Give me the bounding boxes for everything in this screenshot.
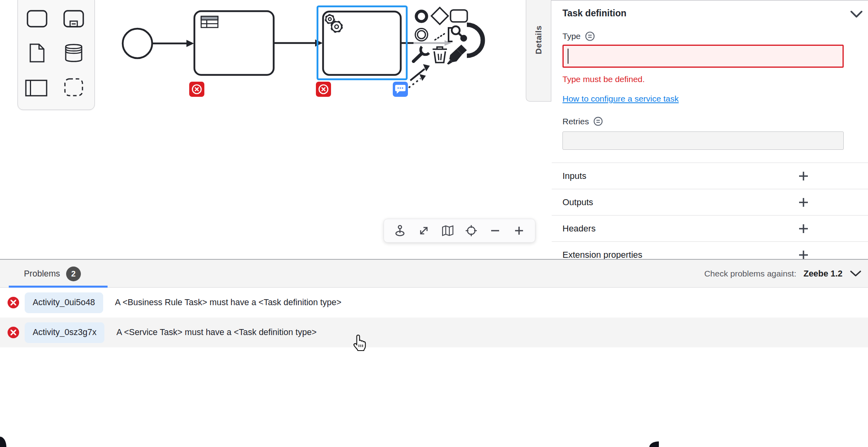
shape-palette (18, 0, 95, 110)
text-caret (568, 49, 568, 64)
property-sections: Inputs Outputs Headers Extension propert… (552, 163, 868, 268)
data-store-icon (65, 43, 82, 63)
task-icon (449, 8, 468, 24)
add-input-button[interactable] (796, 168, 811, 184)
problem-message: A <Service Task> must have a <Task defin… (116, 327, 317, 337)
type-label: Type (562, 31, 581, 41)
data-object-icon (29, 43, 45, 63)
intermediate-event-icon (413, 26, 430, 43)
context-pad-append-task[interactable] (449, 8, 468, 24)
section-headers[interactable]: Headers (552, 215, 868, 241)
paintbrush-icon (446, 44, 468, 65)
business-rule-icon (201, 16, 218, 27)
create-participant-tool[interactable] (25, 78, 47, 98)
collapse-section-button[interactable] (848, 6, 865, 22)
task-icon (27, 10, 47, 27)
problem-row[interactable]: Activity_0ui5o48 A <Business Rule Task> … (0, 288, 868, 318)
check-problems-against-dropdown[interactable]: Check problems against: Zeebe 1.2 (704, 260, 862, 288)
error-circle-x-icon (191, 83, 203, 95)
type-field-label-row: Type (562, 31, 595, 41)
add-header-button[interactable] (796, 221, 811, 237)
mouse-cursor-pointer (352, 334, 367, 351)
check-problems-label: Check problems against: (704, 269, 796, 278)
plus-icon (798, 171, 809, 182)
problems-panel: Problems 2 Check problems against: Zeebe… (0, 259, 868, 447)
chevron-down-icon (850, 10, 863, 18)
reset-viewport-button[interactable] (390, 220, 410, 241)
chevron-down-icon (850, 270, 862, 277)
retries-input[interactable] (562, 131, 844, 150)
error-circle-x-icon (7, 296, 20, 309)
end-event-icon (413, 8, 429, 24)
create-data-store-tool[interactable] (63, 43, 85, 63)
problems-count-badge: 2 (66, 267, 81, 281)
start-event-shape[interactable] (123, 29, 152, 58)
section-outputs[interactable]: Outputs (552, 189, 868, 215)
create-data-object-tool[interactable] (26, 43, 48, 63)
tab-details[interactable]: Details (526, 0, 551, 102)
modeler-window: Details Task definition Type Type must b… (0, 0, 868, 447)
element-id-chip[interactable]: Activity_0sz3g7x (25, 322, 104, 343)
comment-bubble-icon (395, 84, 406, 94)
fit-to-viewport-button[interactable] (413, 220, 434, 241)
section-label: Inputs (562, 171, 586, 181)
plus-icon (798, 197, 809, 208)
element-id-chip[interactable]: Activity_0ui5o48 (25, 292, 103, 313)
context-pad-connect-association[interactable] (407, 72, 429, 89)
plus-icon (798, 223, 809, 234)
feel-expression-icon[interactable] (593, 116, 603, 126)
section-inputs[interactable]: Inputs (552, 163, 868, 189)
details-tab-label: Details (534, 25, 543, 54)
add-output-button[interactable] (796, 194, 811, 210)
crosshair-icon (465, 224, 478, 237)
error-circle-x-icon (317, 83, 329, 95)
context-pad-append-end-event[interactable] (413, 8, 429, 24)
section-title-task-definition: Task definition (562, 8, 627, 19)
gateway-icon (430, 6, 449, 25)
problem-row[interactable]: Activity_0sz3g7x A <Service Task> must h… (0, 318, 868, 347)
pin-viewport-icon (394, 225, 406, 237)
problems-tab-label: Problems (24, 269, 60, 279)
create-group-tool[interactable] (63, 78, 85, 97)
context-pad-append-intermediate-event[interactable] (413, 26, 430, 43)
create-task-tool[interactable] (26, 9, 48, 28)
sequence-flow-1[interactable] (153, 40, 194, 47)
zoom-in-button[interactable] (509, 220, 529, 241)
comment-badge-service-task[interactable] (393, 82, 408, 97)
tab-problems[interactable]: Problems 2 (24, 260, 81, 288)
section-label: Extension properties (562, 250, 643, 260)
section-label: Outputs (562, 197, 593, 208)
configure-service-task-link[interactable]: How to configure a service task (562, 94, 679, 104)
fit-viewport-icon (418, 225, 430, 237)
type-error-message: Type must be defined. (562, 74, 645, 84)
panel-top-border (526, 0, 868, 1)
create-subprocess-tool[interactable] (63, 9, 85, 28)
type-input[interactable] (562, 45, 844, 68)
minus-icon (490, 225, 500, 236)
sequence-flow-2[interactable] (274, 39, 323, 47)
problem-message: A <Business Rule Task> must have a <Task… (115, 298, 342, 308)
error-circle-x-icon (7, 326, 20, 339)
zoom-out-button[interactable] (485, 220, 506, 241)
error-badge-business-rule-task[interactable] (189, 82, 204, 97)
retries-label: Retries (562, 117, 589, 126)
problems-header: Problems 2 Check problems against: Zeebe… (0, 260, 868, 288)
center-selection-button[interactable] (461, 220, 482, 241)
context-pad-set-color[interactable] (446, 44, 468, 65)
context-pad-append-gateway[interactable] (430, 6, 449, 25)
plus-icon (514, 225, 524, 236)
feel-expression-icon[interactable] (585, 31, 595, 41)
error-badge-service-task[interactable] (316, 82, 331, 97)
retries-field-label-row: Retries (562, 116, 603, 126)
context-pad-change-type[interactable] (411, 45, 431, 63)
subprocess-icon (63, 10, 84, 27)
participant-icon (25, 79, 47, 97)
wrench-icon (411, 45, 431, 63)
group-icon (64, 78, 84, 97)
canvas-controls-toolbar (384, 219, 535, 243)
dashed-arrow-icon (407, 72, 429, 89)
toggle-minimap-button[interactable] (437, 220, 458, 241)
check-problems-value: Zeebe 1.2 (803, 269, 843, 279)
map-icon (441, 225, 454, 237)
section-label: Headers (562, 224, 596, 234)
